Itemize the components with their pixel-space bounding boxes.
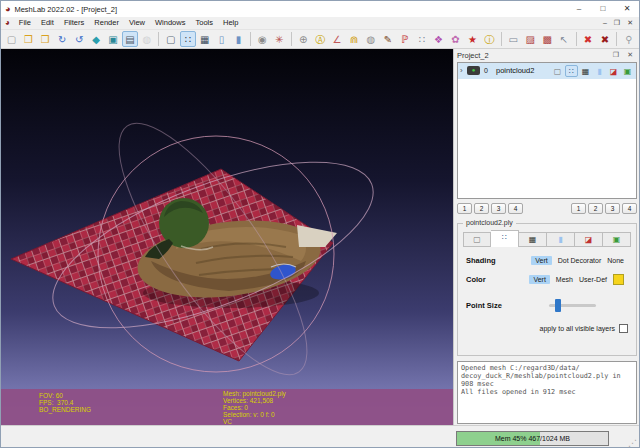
tab-texture[interactable]: ▣ [603,232,631,247]
toolbar: ▢❒❒↻↺◆▣▤◍▢∷▦▯▮◉✳⊕Ⓐ∠⋒◍✎ℙ∷❖✿★ⓘ▭▨▩↖✖✖⚲ [1,30,639,49]
layer-texture-icon[interactable]: ▣ [621,65,634,77]
tab-bbox[interactable]: ▢ [463,232,491,247]
layer-solid-icon[interactable]: ▮ [593,65,606,77]
maximize-button[interactable]: □ [591,1,615,17]
tab-solid[interactable]: ▮ [547,232,575,247]
layer-set-left-4[interactable]: 4 [508,203,523,214]
menu-filters[interactable]: Filters [59,17,89,29]
mdi-restore-button[interactable]: ❐ [614,18,620,28]
log-line-3: All files opened in 912 msec [461,388,633,396]
log-output: Opened mesh C:/regard3D/data/decoy_duck_… [457,361,637,424]
point-graph-icon[interactable]: ∷ [414,31,430,47]
delete-vertices-icon[interactable]: ✖ [597,31,613,47]
colored-graph-icon[interactable]: ❖ [431,31,447,47]
menu-file[interactable]: File [14,17,36,29]
mdi-minimize-button[interactable]: – [603,18,607,28]
shading-option-dot-decorator[interactable]: Dot Decorator [558,257,602,264]
export-diamond-icon[interactable]: ◆ [88,31,104,47]
viewport-3d[interactable]: FOV: 60FPS: 370.4BO_RENDERING Mesh: poin… [1,49,453,425]
meshlab-logo-icon: ◕ [5,5,10,14]
resize-grip[interactable]: ⋰ [628,438,637,448]
flat-render-icon[interactable]: ▯ [214,31,230,47]
close-button[interactable]: ✕ [615,1,639,17]
selection-rect-icon[interactable]: ▭ [505,31,521,47]
layer-bbox-icon[interactable]: ▢ [551,65,564,77]
layer-set-right-3[interactable]: 3 [605,203,620,214]
layer-set-right-2[interactable]: 2 [588,203,603,214]
paintbrush-icon[interactable]: ✎ [380,31,396,47]
dock-close-button[interactable]: ✕ [623,51,637,59]
layer-selection-icon[interactable]: ◪ [607,65,620,77]
menu-tools[interactable]: Tools [190,17,218,29]
menu-edit[interactable]: Edit [36,17,59,29]
tab-selection[interactable]: ◪ [575,232,603,247]
point-size-handle[interactable] [555,299,561,312]
color-option-vert[interactable]: Vert [529,275,549,284]
mesh-render-box-title: pointcloud2.ply [463,219,516,226]
color-option-user-def[interactable]: User-Def [579,276,607,283]
face-select-icon[interactable]: ▨ [522,31,538,47]
points-render-icon[interactable]: ∷ [180,31,196,47]
layer-set-left-2[interactable]: 2 [474,203,489,214]
search-icon[interactable]: ⚲ [621,31,637,47]
open-project-folder-icon[interactable]: ❒ [20,31,36,47]
tab-wireframe[interactable]: ▦ [519,232,547,247]
viewport-stats-left: FOV: 60FPS: 370.4BO_RENDERING [39,392,91,413]
globe-cross-icon[interactable]: ⊕ [295,31,311,47]
apply-checkbox[interactable] [619,324,628,333]
magnet-tool-icon[interactable]: ⋒ [346,31,362,47]
menu-view[interactable]: View [124,17,150,29]
light-sphere-icon[interactable]: ◉ [254,31,270,47]
bbox-render-icon[interactable]: ▢ [163,31,179,47]
red-star-icon[interactable]: ★ [464,31,480,47]
project-window-icon: ◕ [5,19,10,27]
ambient-occlusion-a-icon[interactable]: Ⓐ [312,31,328,47]
layer-row-pointcloud2[interactable]: › ● 0 pointcloud2 ▢∷▦▮◪▣ [458,63,636,79]
mdi-close-button[interactable]: ✕ [627,18,633,28]
menu-render[interactable]: Render [89,17,124,29]
layer-points-icon[interactable]: ∷ [565,65,578,77]
show-layers-icon[interactable]: ▤ [122,31,138,47]
smooth-render-icon[interactable]: ▮ [230,31,246,47]
show-rasters-globe-icon: ◍ [139,31,155,47]
toolbar-separator [576,32,577,46]
mdi-window-controls: –❐✕ [603,18,639,28]
point-size-slider[interactable] [549,304,596,307]
color-option-mesh[interactable]: Mesh [556,276,573,283]
snapshot-camera-icon[interactable]: ▣ [105,31,121,47]
info-icon[interactable]: ⓘ [481,31,497,47]
shading-option-vert[interactable]: Vert [531,256,551,265]
shading-option-none[interactable]: None [607,257,624,264]
lasso-select-icon[interactable]: ↖ [556,31,572,47]
user-def-color-swatch[interactable] [613,274,624,285]
layer-wireframe-icon[interactable]: ▦ [579,65,592,77]
pointcloud-render [1,49,453,425]
tab-points[interactable]: ∷ [491,230,519,247]
layer-set-left-3[interactable]: 3 [491,203,506,214]
save-arrow-icon[interactable]: ↺ [71,31,87,47]
face-brush-icon[interactable]: ▩ [539,31,555,47]
perspective-angle-icon[interactable]: ∠ [329,31,345,47]
globe-icon[interactable]: ◍ [363,31,379,47]
dock-float-button[interactable]: ❐ [609,51,623,59]
trackball-axes-icon[interactable]: ✳ [271,31,287,47]
stat-right-2: Faces: 0 [223,404,286,411]
stat-right-3: Selection: v: 0 f: 0 [223,411,286,418]
layer-set-right-1[interactable]: 1 [571,203,586,214]
layer-set-left-1[interactable]: 1 [457,203,472,214]
colorful-mesh-icon[interactable]: ✿ [448,31,464,47]
reload-arrows-icon[interactable]: ↻ [54,31,70,47]
menu-help[interactable]: Help [218,17,243,29]
delete-faces-icon[interactable]: ✖ [580,31,596,47]
pp-edit-icon[interactable]: ℙ [397,31,413,47]
new-document-icon[interactable]: ▢ [4,31,20,47]
wireframe-render-icon[interactable]: ▦ [197,31,213,47]
visibility-eye-icon[interactable]: ● [467,66,480,75]
layer-set-right-4[interactable]: 4 [622,203,637,214]
menu-windows[interactable]: Windows [150,17,190,29]
minimize-button[interactable]: – [567,1,591,17]
expand-arrow-icon[interactable]: › [460,66,467,75]
layer-dock-panel: Project_2 ❐ ✕ › ● 0 pointcloud2 ▢∷▦▮◪▣ 1… [453,49,640,425]
stat-right-4: VC [223,418,286,425]
import-mesh-folder-icon[interactable]: ❒ [37,31,53,47]
